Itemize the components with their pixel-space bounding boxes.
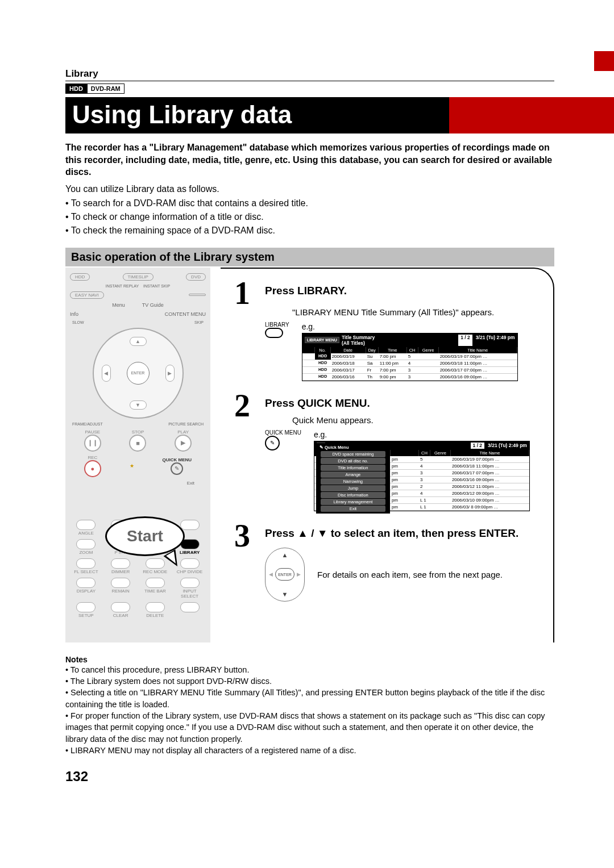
- remote-instant-replay: INSTANT REPLAY: [106, 284, 139, 288]
- notes-list: To cancel this procedure, press LIBRARY …: [65, 664, 554, 756]
- remote-timeslip: TIMESLIP: [123, 273, 154, 281]
- remote-grid-cell: DISPLAY: [70, 578, 102, 599]
- intro-bold: The recorder has a "Library Management" …: [65, 141, 554, 178]
- library-button-icon: LIBRARY: [265, 322, 289, 339]
- remote-info: Info: [70, 311, 78, 317]
- quickmenu-popup: ✎ Quick Menu DVD space remainingDVD all …: [316, 443, 390, 514]
- library-button-label: LIBRARY: [265, 322, 289, 328]
- right-arrow-icon: ▶: [297, 571, 301, 577]
- intro-bullet: To check the remaining space of a DVD-RA…: [65, 224, 554, 237]
- remote-grid-cell: [173, 602, 206, 618]
- up-arrow-icon: ▲: [282, 552, 288, 558]
- remote-right-icon: ▶: [165, 365, 175, 382]
- media-badges: HDD DVD-RAM: [65, 84, 554, 94]
- quickmenu-item: Disc information: [321, 492, 385, 498]
- intro-bullets: To search for a DVD-RAM disc that contai…: [65, 197, 554, 237]
- remote-slow-label: SLOW: [72, 320, 84, 324]
- remote-left-icon: ◀: [102, 365, 111, 382]
- remote-grid-cell: ANGLE: [70, 520, 102, 536]
- step-title: Press LIBRARY.: [265, 285, 540, 297]
- remote-dpad: ▲ ▼ ◀ ▶ ENTER: [93, 328, 184, 419]
- left-arrow-icon: ◀: [269, 571, 273, 577]
- screen-title-2: (All Titles): [342, 340, 365, 346]
- step-desc: Quick Menu appears.: [292, 415, 540, 425]
- enter-dpad-icon: ▲ ◀ENTER▶ ▼: [265, 548, 305, 602]
- note-item: For proper function of the Library syste…: [65, 710, 554, 745]
- remote-grid-cell: INPUT SELECT: [173, 578, 206, 599]
- remote-picture-label: PICTURE SEARCH: [168, 422, 204, 426]
- remote-frame-label: FRAME/ADJUST: [72, 422, 103, 426]
- remote-star-icon: ★: [130, 463, 134, 469]
- remote-down-icon: ▼: [130, 400, 147, 410]
- step-number: 3: [234, 521, 258, 602]
- screen-columns: No.DateDayTimeCHGenreTitle Name: [302, 347, 517, 353]
- intro-line: You can utilize Library data as follows.: [65, 184, 554, 194]
- badge-hdd: HDD: [65, 84, 87, 94]
- screen-title-1: Title Summary: [342, 335, 375, 340]
- quickmenu-item: DVD space remaining: [321, 451, 385, 457]
- remote-enter: ENTER: [127, 362, 150, 385]
- remote-dvd: DVD: [186, 273, 206, 281]
- remote-grid-cell: FL SELECT: [70, 558, 102, 574]
- step-3: 3 Press ▲ / ▼ to select an item, then pr…: [234, 521, 540, 602]
- remote-pause-label: PAUSE: [84, 429, 101, 435]
- section-heading: Basic operation of the Library system: [65, 248, 554, 266]
- step-desc: "LIBRARY MENU Title Summary (All Titles)…: [292, 307, 540, 317]
- quickmenu-button-icon: QUICK MENU ✎: [265, 429, 301, 451]
- step-title: Press QUICK MENU.: [265, 397, 540, 410]
- corner-accent: [594, 51, 614, 71]
- step-desc: For details on each item, see from the n…: [317, 570, 503, 579]
- quickmenu-item: DVD all disc no.: [321, 458, 385, 464]
- screen-pager: 1 / 2: [471, 443, 485, 449]
- remote-hdd: HDD: [70, 273, 90, 281]
- note-item: To cancel this procedure, press LIBRARY …: [65, 664, 554, 675]
- remote-pause-icon: ❙❙: [84, 435, 101, 452]
- quickmenu-item: Narrowing: [321, 478, 385, 485]
- notes-heading: Notes: [65, 655, 554, 664]
- remote-exit: Exit: [70, 481, 194, 486]
- table-row: HDD2006/03/17Fr7:00 pm32006/03/17 07:00p…: [302, 367, 517, 374]
- step-title: Press ▲ / ▼ to select an item, then pres…: [265, 527, 540, 540]
- eg-label: e.g.: [302, 322, 315, 331]
- quickmenu-item: Library management: [321, 499, 385, 505]
- remote-instant-skip: INSTANT SKIP: [143, 284, 170, 288]
- remote-skip-label: SKIP: [194, 320, 204, 324]
- screen-logo: LIBRARY MENU: [305, 337, 339, 343]
- badge-dvdram: DVD-RAM: [87, 84, 125, 94]
- quickmenu-item: Jump: [321, 485, 385, 491]
- page-number: 132: [65, 769, 554, 784]
- remote-blank: [189, 294, 206, 296]
- remote-grid-cell: ZOOM: [70, 539, 102, 555]
- remote-contentmenu: CONTENT MENU: [165, 311, 206, 317]
- remote-rec-label: REC: [84, 455, 101, 460]
- intro-bullet: To search for a DVD-RAM disc that contai…: [65, 197, 554, 210]
- quickmenu-item: Arrange: [321, 471, 385, 478]
- remote-illustration: HDD TIMESLIP DVD INSTANT REPLAY INSTANT …: [65, 268, 210, 642]
- remote-stop-icon: ■: [129, 435, 146, 452]
- remote-quickmenu-label: QUICK MENU: [163, 457, 192, 462]
- note-item: Selecting a title on "LIBRARY MENU Title…: [65, 687, 554, 710]
- table-row: HDD2006/03/16Th9:00 pm32006/03/16 09:00p…: [302, 374, 517, 381]
- remote-grid-cell: DELETE: [139, 602, 172, 618]
- step-1: 1 Press LIBRARY. "LIBRARY MENU Title Sum…: [234, 279, 540, 381]
- eg-label: e.g.: [314, 430, 327, 439]
- remote-quickmenu-icon: ✎: [171, 462, 183, 475]
- remote-grid-cell: CLEAR: [105, 602, 137, 618]
- title-band: Using Library data: [65, 97, 614, 133]
- note-item: The Library system does not support DVD-…: [65, 675, 554, 687]
- screen-datetime: 3/21 (Tu) 2:49 pm: [476, 335, 515, 346]
- remote-grid-cell: REMAIN: [105, 578, 137, 599]
- step-number: 2: [234, 391, 258, 511]
- step-2: 2 Press QUICK MENU. Quick Menu appears. …: [234, 391, 540, 511]
- table-row: HDD2006/03/18Sa11:00 pm42006/03/18 11:00…: [302, 360, 517, 367]
- steps-column: 1 Press LIBRARY. "LIBRARY MENU Title Sum…: [221, 268, 554, 642]
- table-row: HDD2006/03/19Su7:00 pm52006/03/19 07:00p…: [302, 353, 517, 360]
- step-number: 1: [234, 279, 258, 381]
- remote-tvguide: TV Guide: [142, 302, 164, 308]
- screen-pager: 1 / 2: [458, 335, 472, 346]
- remote-play-icon: ▶: [175, 435, 192, 452]
- remote-rec-icon: ●: [84, 460, 101, 477]
- screen-datetime: 3/21 (Tu) 2:49 pm: [488, 443, 527, 449]
- section-label: Library: [65, 68, 554, 81]
- page-title: Using Library data: [72, 101, 607, 129]
